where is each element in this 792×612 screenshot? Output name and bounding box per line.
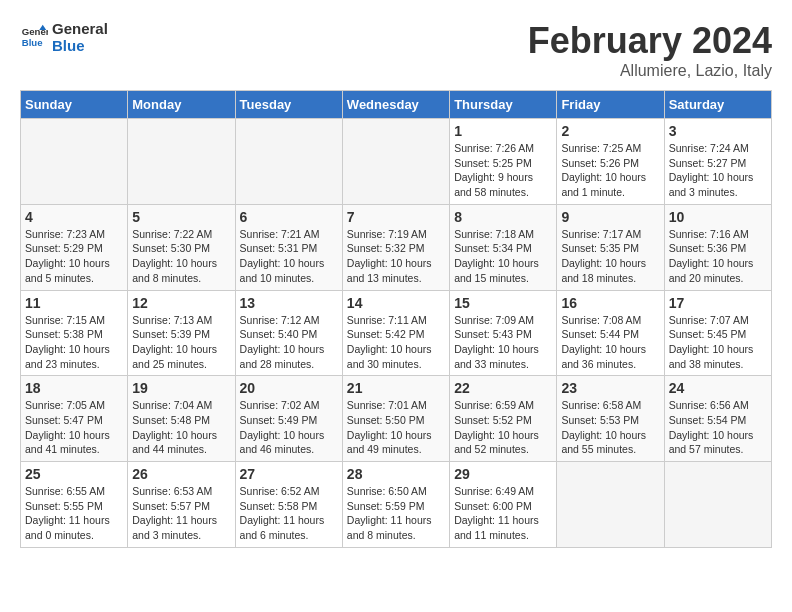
logo-line2: Blue xyxy=(52,37,108,54)
day-number: 7 xyxy=(347,209,445,225)
calendar-cell: 26Sunrise: 6:53 AM Sunset: 5:57 PM Dayli… xyxy=(128,462,235,548)
day-number: 8 xyxy=(454,209,552,225)
main-title: February 2024 xyxy=(528,20,772,62)
day-info: Sunrise: 7:11 AM Sunset: 5:42 PM Dayligh… xyxy=(347,313,445,372)
calendar-cell xyxy=(557,462,664,548)
calendar-cell: 20Sunrise: 7:02 AM Sunset: 5:49 PM Dayli… xyxy=(235,376,342,462)
day-number: 23 xyxy=(561,380,659,396)
day-info: Sunrise: 7:22 AM Sunset: 5:30 PM Dayligh… xyxy=(132,227,230,286)
week-row-5: 25Sunrise: 6:55 AM Sunset: 5:55 PM Dayli… xyxy=(21,462,772,548)
day-info: Sunrise: 7:15 AM Sunset: 5:38 PM Dayligh… xyxy=(25,313,123,372)
day-number: 2 xyxy=(561,123,659,139)
calendar-cell: 4Sunrise: 7:23 AM Sunset: 5:29 PM Daylig… xyxy=(21,204,128,290)
day-number: 28 xyxy=(347,466,445,482)
calendar-cell: 7Sunrise: 7:19 AM Sunset: 5:32 PM Daylig… xyxy=(342,204,449,290)
calendar-cell: 10Sunrise: 7:16 AM Sunset: 5:36 PM Dayli… xyxy=(664,204,771,290)
calendar-table: SundayMondayTuesdayWednesdayThursdayFrid… xyxy=(20,90,772,548)
calendar-cell: 25Sunrise: 6:55 AM Sunset: 5:55 PM Dayli… xyxy=(21,462,128,548)
calendar-cell: 12Sunrise: 7:13 AM Sunset: 5:39 PM Dayli… xyxy=(128,290,235,376)
calendar-cell: 24Sunrise: 6:56 AM Sunset: 5:54 PM Dayli… xyxy=(664,376,771,462)
header-day-wednesday: Wednesday xyxy=(342,91,449,119)
header: General Blue General Blue February 2024 … xyxy=(20,20,772,80)
day-info: Sunrise: 7:02 AM Sunset: 5:49 PM Dayligh… xyxy=(240,398,338,457)
day-number: 29 xyxy=(454,466,552,482)
calendar-cell xyxy=(235,119,342,205)
header-day-thursday: Thursday xyxy=(450,91,557,119)
header-day-monday: Monday xyxy=(128,91,235,119)
day-number: 10 xyxy=(669,209,767,225)
day-number: 21 xyxy=(347,380,445,396)
day-info: Sunrise: 7:16 AM Sunset: 5:36 PM Dayligh… xyxy=(669,227,767,286)
day-info: Sunrise: 7:25 AM Sunset: 5:26 PM Dayligh… xyxy=(561,141,659,200)
title-area: February 2024 Allumiere, Lazio, Italy xyxy=(528,20,772,80)
logo: General Blue General Blue xyxy=(20,20,108,54)
calendar-cell: 6Sunrise: 7:21 AM Sunset: 5:31 PM Daylig… xyxy=(235,204,342,290)
day-number: 16 xyxy=(561,295,659,311)
day-info: Sunrise: 6:58 AM Sunset: 5:53 PM Dayligh… xyxy=(561,398,659,457)
calendar-cell: 22Sunrise: 6:59 AM Sunset: 5:52 PM Dayli… xyxy=(450,376,557,462)
day-number: 12 xyxy=(132,295,230,311)
day-number: 1 xyxy=(454,123,552,139)
day-info: Sunrise: 7:23 AM Sunset: 5:29 PM Dayligh… xyxy=(25,227,123,286)
calendar-cell xyxy=(664,462,771,548)
calendar-cell: 19Sunrise: 7:04 AM Sunset: 5:48 PM Dayli… xyxy=(128,376,235,462)
calendar-cell: 11Sunrise: 7:15 AM Sunset: 5:38 PM Dayli… xyxy=(21,290,128,376)
day-info: Sunrise: 6:56 AM Sunset: 5:54 PM Dayligh… xyxy=(669,398,767,457)
svg-text:Blue: Blue xyxy=(22,37,43,48)
day-number: 4 xyxy=(25,209,123,225)
day-info: Sunrise: 7:12 AM Sunset: 5:40 PM Dayligh… xyxy=(240,313,338,372)
day-info: Sunrise: 6:49 AM Sunset: 6:00 PM Dayligh… xyxy=(454,484,552,543)
day-number: 22 xyxy=(454,380,552,396)
day-info: Sunrise: 7:08 AM Sunset: 5:44 PM Dayligh… xyxy=(561,313,659,372)
day-info: Sunrise: 7:09 AM Sunset: 5:43 PM Dayligh… xyxy=(454,313,552,372)
calendar-cell: 17Sunrise: 7:07 AM Sunset: 5:45 PM Dayli… xyxy=(664,290,771,376)
day-info: Sunrise: 6:59 AM Sunset: 5:52 PM Dayligh… xyxy=(454,398,552,457)
day-number: 20 xyxy=(240,380,338,396)
day-info: Sunrise: 7:07 AM Sunset: 5:45 PM Dayligh… xyxy=(669,313,767,372)
day-info: Sunrise: 7:13 AM Sunset: 5:39 PM Dayligh… xyxy=(132,313,230,372)
day-number: 17 xyxy=(669,295,767,311)
day-info: Sunrise: 6:53 AM Sunset: 5:57 PM Dayligh… xyxy=(132,484,230,543)
calendar-cell: 21Sunrise: 7:01 AM Sunset: 5:50 PM Dayli… xyxy=(342,376,449,462)
day-info: Sunrise: 7:26 AM Sunset: 5:25 PM Dayligh… xyxy=(454,141,552,200)
logo-line1: General xyxy=(52,20,108,37)
day-info: Sunrise: 7:04 AM Sunset: 5:48 PM Dayligh… xyxy=(132,398,230,457)
day-number: 11 xyxy=(25,295,123,311)
day-number: 18 xyxy=(25,380,123,396)
logo-icon: General Blue xyxy=(20,23,48,51)
calendar-cell: 5Sunrise: 7:22 AM Sunset: 5:30 PM Daylig… xyxy=(128,204,235,290)
calendar-cell: 27Sunrise: 6:52 AM Sunset: 5:58 PM Dayli… xyxy=(235,462,342,548)
calendar-cell: 16Sunrise: 7:08 AM Sunset: 5:44 PM Dayli… xyxy=(557,290,664,376)
calendar-cell: 13Sunrise: 7:12 AM Sunset: 5:40 PM Dayli… xyxy=(235,290,342,376)
week-row-1: 1Sunrise: 7:26 AM Sunset: 5:25 PM Daylig… xyxy=(21,119,772,205)
day-number: 3 xyxy=(669,123,767,139)
day-info: Sunrise: 7:21 AM Sunset: 5:31 PM Dayligh… xyxy=(240,227,338,286)
day-number: 14 xyxy=(347,295,445,311)
day-info: Sunrise: 7:18 AM Sunset: 5:34 PM Dayligh… xyxy=(454,227,552,286)
calendar-cell xyxy=(21,119,128,205)
day-info: Sunrise: 7:01 AM Sunset: 5:50 PM Dayligh… xyxy=(347,398,445,457)
day-number: 13 xyxy=(240,295,338,311)
calendar-cell: 8Sunrise: 7:18 AM Sunset: 5:34 PM Daylig… xyxy=(450,204,557,290)
day-number: 19 xyxy=(132,380,230,396)
week-row-4: 18Sunrise: 7:05 AM Sunset: 5:47 PM Dayli… xyxy=(21,376,772,462)
day-info: Sunrise: 6:52 AM Sunset: 5:58 PM Dayligh… xyxy=(240,484,338,543)
calendar-cell xyxy=(128,119,235,205)
day-number: 26 xyxy=(132,466,230,482)
calendar-cell: 29Sunrise: 6:49 AM Sunset: 6:00 PM Dayli… xyxy=(450,462,557,548)
calendar-cell: 23Sunrise: 6:58 AM Sunset: 5:53 PM Dayli… xyxy=(557,376,664,462)
day-info: Sunrise: 7:17 AM Sunset: 5:35 PM Dayligh… xyxy=(561,227,659,286)
day-number: 9 xyxy=(561,209,659,225)
calendar-cell: 3Sunrise: 7:24 AM Sunset: 5:27 PM Daylig… xyxy=(664,119,771,205)
calendar-cell: 15Sunrise: 7:09 AM Sunset: 5:43 PM Dayli… xyxy=(450,290,557,376)
calendar-cell: 28Sunrise: 6:50 AM Sunset: 5:59 PM Dayli… xyxy=(342,462,449,548)
calendar-cell: 1Sunrise: 7:26 AM Sunset: 5:25 PM Daylig… xyxy=(450,119,557,205)
day-info: Sunrise: 6:55 AM Sunset: 5:55 PM Dayligh… xyxy=(25,484,123,543)
day-number: 6 xyxy=(240,209,338,225)
day-info: Sunrise: 7:19 AM Sunset: 5:32 PM Dayligh… xyxy=(347,227,445,286)
day-number: 25 xyxy=(25,466,123,482)
calendar-cell: 9Sunrise: 7:17 AM Sunset: 5:35 PM Daylig… xyxy=(557,204,664,290)
day-number: 24 xyxy=(669,380,767,396)
calendar-cell xyxy=(342,119,449,205)
day-info: Sunrise: 7:05 AM Sunset: 5:47 PM Dayligh… xyxy=(25,398,123,457)
